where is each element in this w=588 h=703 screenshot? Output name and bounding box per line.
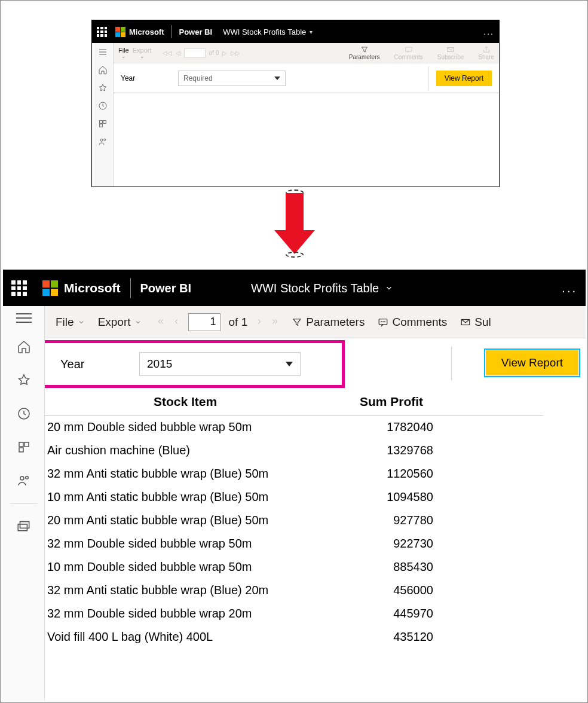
export-menu[interactable]: Export [98, 316, 142, 329]
svg-rect-11 [19, 448, 23, 452]
chevron-down-icon[interactable]: ▾ [310, 29, 313, 35]
shared-people-icon[interactable] [97, 136, 108, 147]
file-menu[interactable]: File [56, 316, 85, 329]
recent-clock-icon[interactable] [97, 100, 108, 111]
report-table: Stock Item Sum Profit 20 mm Double sided… [45, 390, 543, 649]
share-button[interactable]: Share [478, 45, 494, 60]
recent-clock-icon[interactable] [17, 406, 31, 423]
cell-sum-profit: 927780 [326, 514, 433, 527]
cell-stock-item: 10 mm Double sided bubble wrap 50m [45, 560, 326, 574]
product-name: Power BI [179, 27, 213, 36]
cell-stock-item: 20 mm Anti static bubble wrap (Blue) 50m [45, 514, 326, 527]
report-title[interactable]: WWI Stock Profits Table [223, 27, 306, 36]
app-launcher-icon[interactable] [11, 280, 27, 296]
comments-button[interactable]: Comments [394, 45, 422, 60]
table-row: 32 mm Anti static bubble wrap (Blue) 20m… [45, 579, 543, 602]
cell-stock-item: 32 mm Double sided bubble wrap 20m [45, 607, 326, 621]
cell-sum-profit: 922730 [326, 537, 433, 551]
table-row: 20 mm Anti static bubble wrap (Blue) 50m… [45, 509, 543, 532]
pager: ◁◁ ◁ of 0 ▷ ▷▷ [163, 48, 241, 58]
microsoft-logo-icon [42, 280, 58, 296]
year-param-label: Year [121, 74, 178, 82]
more-options-icon[interactable]: ... [562, 282, 577, 295]
export-menu-label: Export [133, 47, 152, 53]
first-page-icon[interactable]: ◁◁ [163, 50, 172, 56]
apps-grid-icon[interactable] [97, 118, 108, 129]
table-row: 10 mm Anti static bubble wrap (Blue) 50m… [45, 485, 543, 509]
report-title-dropdown[interactable]: WWI Stock Profits Table [251, 282, 393, 295]
col-stock-item: Stock Item [45, 395, 326, 409]
parameters-button[interactable]: Parameters [292, 316, 365, 329]
cell-sum-profit: 1120560 [326, 467, 433, 481]
file-menu-label: File [56, 316, 74, 329]
col-sum-profit: Sum Profit [326, 395, 457, 409]
cell-sum-profit: 885430 [326, 560, 433, 574]
cell-sum-profit: 1782040 [326, 420, 433, 434]
cell-stock-item: 10 mm Anti static bubble wrap (Blue) 50m [45, 490, 326, 504]
first-page-icon[interactable] [157, 316, 164, 329]
report-table-wrap: Stock Item Sum Profit 20 mm Double sided… [45, 390, 586, 649]
header-bar: Microsoft Power BI WWI Stock Profits Tab… [92, 20, 499, 43]
arrow-head-icon [274, 230, 315, 254]
svg-point-5 [103, 139, 105, 140]
table-header: Stock Item Sum Profit [45, 390, 543, 415]
file-menu[interactable]: File ⌄ [118, 47, 129, 59]
arrow-shaft [286, 193, 304, 230]
table-row: 32 mm Anti static bubble wrap (Blue) 50m… [45, 462, 543, 485]
more-options-icon[interactable]: ... [483, 27, 494, 36]
page-input[interactable] [184, 48, 206, 58]
parameters-button[interactable]: Parameters [349, 45, 380, 60]
hamburger-icon[interactable] [97, 47, 108, 57]
cell-stock-item: 32 mm Anti static bubble wrap (Blue) 20m [45, 583, 326, 597]
report-toolbar: File ⌄ Export ⌄ ◁◁ ◁ of 0 ▷ ▷▷ Par [114, 43, 499, 63]
prev-page-icon[interactable] [173, 316, 180, 329]
dropdown-triangle-icon [286, 362, 293, 366]
app-launcher-icon[interactable] [97, 27, 107, 37]
table-row: 32 mm Double sided bubble wrap 20m445970 [45, 602, 543, 625]
table-body: 20 mm Double sided bubble wrap 50m178204… [45, 415, 543, 649]
next-page-icon[interactable] [256, 316, 263, 329]
header-separator [130, 278, 131, 298]
last-page-icon[interactable]: ▷▷ [231, 50, 240, 56]
page-of-label: of 1 [229, 316, 248, 329]
subscribe-label: Subscribe [437, 54, 464, 60]
prev-page-icon[interactable]: ◁ [176, 50, 180, 56]
table-row: 32 mm Double sided bubble wrap 50m922730 [45, 532, 543, 555]
year-dropdown[interactable]: 2015 [139, 352, 301, 376]
cell-stock-item: 20 mm Double sided bubble wrap 50m [45, 420, 326, 434]
content-area: File ⌄ Export ⌄ ◁◁ ◁ of 0 ▷ ▷▷ Par [114, 43, 499, 187]
file-menu-label: File [118, 47, 129, 53]
table-row: Air cushion machine (Blue)1329768 [45, 439, 543, 462]
view-report-button[interactable]: View Report [436, 71, 492, 86]
parameter-bar: Year 2015 View Report [45, 338, 586, 390]
svg-rect-14 [18, 524, 27, 531]
apps-grid-icon[interactable] [17, 440, 31, 457]
brand-text: Microsoft [64, 281, 121, 295]
last-page-icon[interactable] [271, 316, 278, 329]
export-menu[interactable]: Export ⌄ [133, 47, 152, 59]
report-toolbar: File Export 1 of 1 Parameters [45, 306, 586, 338]
empty-report-canvas [114, 93, 499, 187]
svg-rect-15 [20, 522, 29, 528]
cell-sum-profit: 435120 [326, 630, 433, 644]
home-icon[interactable] [97, 65, 108, 75]
share-label: Share [478, 54, 494, 60]
next-page-icon[interactable]: ▷ [222, 50, 227, 56]
cell-sum-profit: 456000 [326, 583, 433, 597]
vertical-divider [451, 347, 452, 380]
chevron-down-icon [385, 282, 393, 295]
product-name: Power BI [140, 282, 192, 295]
workspaces-stack-icon[interactable] [16, 517, 32, 535]
subscribe-button[interactable]: Sul [460, 316, 491, 329]
subscribe-button[interactable]: Subscribe [437, 45, 464, 60]
view-report-button[interactable]: View Report [486, 350, 578, 375]
shared-people-icon[interactable] [17, 473, 31, 490]
year-dropdown[interactable]: Required [178, 71, 286, 86]
comments-button[interactable]: Comments [378, 316, 447, 329]
page-input[interactable]: 1 [188, 313, 220, 331]
favorites-star-icon[interactable] [97, 82, 108, 93]
favorites-star-icon[interactable] [17, 373, 31, 390]
home-icon[interactable] [17, 340, 31, 356]
svg-point-4 [100, 139, 103, 141]
hamburger-icon[interactable] [16, 313, 32, 323]
